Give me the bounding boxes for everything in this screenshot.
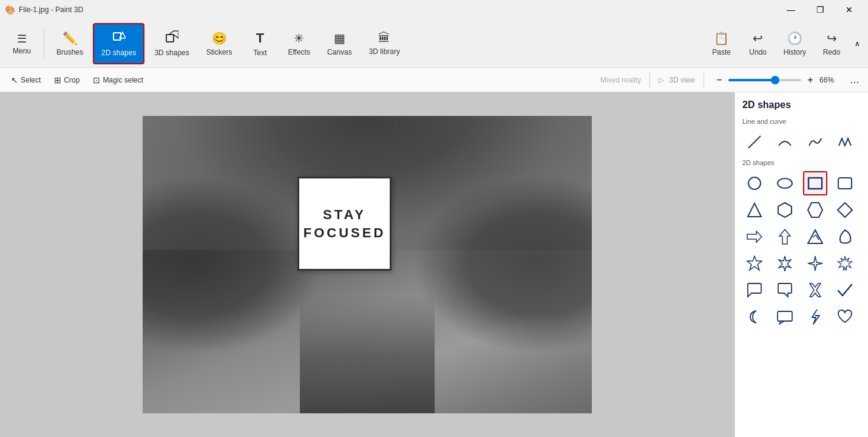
- redo-label: Redo: [823, 48, 841, 56]
- 3dshapes-icon: [165, 30, 178, 46]
- toolbar-brushes[interactable]: ✏️ Brushes: [49, 23, 90, 64]
- window-controls: — ❐ ✕: [777, 0, 863, 19]
- 3dlibrary-icon: 🏛: [378, 31, 390, 45]
- secondary-toolbar-right: Mixed reality ▷ 3D view − + 66% …: [600, 72, 863, 89]
- undo-label: Undo: [749, 48, 767, 56]
- svg-marker-20: [838, 256, 852, 271]
- shape-star5[interactable]: [742, 251, 767, 276]
- line-curve-grid: [742, 130, 861, 154]
- zoom-out-button[interactable]: −: [713, 73, 726, 87]
- dark-left: [143, 175, 322, 354]
- shape-star4[interactable]: [803, 251, 827, 276]
- shape-scurve[interactable]: [803, 130, 827, 154]
- undo-button[interactable]: ↩ Undo: [741, 23, 775, 64]
- toolbar-3dlibrary[interactable]: 🏛 3D library: [362, 23, 407, 64]
- svg-marker-11: [838, 203, 852, 217]
- maximize-button[interactable]: ❐: [806, 0, 834, 19]
- shape-speech-bubble[interactable]: [773, 278, 797, 302]
- shape-triangle[interactable]: [742, 198, 767, 222]
- more-options-button[interactable]: …: [846, 72, 863, 89]
- history-icon: 🕐: [787, 31, 802, 46]
- select-label: Select: [21, 76, 41, 84]
- svg-marker-12: [747, 231, 762, 242]
- right-panel: 2D shapes Line and curve 2D shapes: [734, 92, 868, 437]
- select-icon: ↖: [11, 75, 18, 85]
- shape-diamond[interactable]: [833, 198, 857, 222]
- shape-crescent[interactable]: [742, 305, 767, 329]
- app-icon: 🎨: [5, 5, 15, 15]
- shape-check[interactable]: [833, 278, 857, 302]
- brushes-label: Brushes: [56, 48, 83, 56]
- zoom-control: − + 66%: [713, 73, 841, 87]
- 2d-shapes-grid: [742, 171, 861, 329]
- shape-zigzag[interactable]: [833, 130, 857, 154]
- shape-lightning[interactable]: [803, 305, 827, 329]
- title-bar-left: 🎨 File-1.jpg - Paint 3D: [5, 5, 83, 15]
- shape-rect-filled[interactable]: [803, 171, 827, 195]
- shape-rect[interactable]: [833, 171, 857, 195]
- svg-rect-0: [114, 33, 121, 40]
- canvas-label: Canvas: [327, 48, 352, 56]
- svg-marker-14: [808, 230, 822, 243]
- text-icon: T: [256, 30, 264, 46]
- toolbar-stickers[interactable]: 😊 Stickers: [199, 23, 240, 64]
- zoom-in-button[interactable]: +: [804, 73, 817, 87]
- stickers-label: Stickers: [206, 48, 232, 56]
- svg-rect-6: [809, 178, 822, 189]
- shape-rect-chat[interactable]: [773, 305, 797, 329]
- shape-curve[interactable]: [773, 130, 797, 154]
- line-curve-label: Line and curve: [742, 118, 861, 125]
- shape-hexagon2[interactable]: [803, 198, 827, 222]
- shape-heart[interactable]: [833, 305, 857, 329]
- shape-oval[interactable]: [773, 171, 797, 195]
- menu-button[interactable]: ☰ Menu: [5, 23, 39, 64]
- toolbar-divider-1: [44, 29, 44, 59]
- shape-cross[interactable]: [803, 278, 827, 302]
- svg-rect-7: [838, 178, 852, 189]
- redo-button[interactable]: ↪ Redo: [815, 23, 849, 64]
- zoom-percentage: 66%: [819, 76, 841, 84]
- close-button[interactable]: ✕: [835, 0, 863, 19]
- main-toolbar: ☰ Menu ✏️ Brushes 2D shapes 3D shapes 😊 …: [0, 19, 868, 68]
- zoom-slider[interactable]: [728, 79, 801, 81]
- shape-circle[interactable]: [742, 171, 767, 195]
- main-area: STAY FOCUSED 2D shapes Line and curve: [0, 92, 868, 437]
- 3d-view-icon: ▷: [659, 76, 664, 84]
- toolbar-2dshapes[interactable]: 2D shapes: [93, 23, 144, 64]
- toolbar-effects[interactable]: ✳ Effects: [280, 23, 317, 64]
- toolbar-canvas[interactable]: ▦ Canvas: [320, 23, 359, 64]
- toolbar-collapse-button[interactable]: ∧: [851, 39, 863, 48]
- 2d-shapes-section-label: 2D shapes: [742, 159, 861, 166]
- sign-line2: FOCUSED: [303, 225, 386, 241]
- stickers-icon: 😊: [212, 31, 227, 46]
- crop-button[interactable]: ⊞ Crop: [48, 73, 86, 87]
- shape-line[interactable]: [742, 130, 767, 154]
- window-title: File-1.jpg - Paint 3D: [19, 5, 83, 14]
- toolbar-right: 📋 Paste ↩ Undo 🕐 History ↪ Redo ∧: [705, 23, 863, 64]
- svg-rect-2: [166, 35, 174, 42]
- paste-button[interactable]: 📋 Paste: [705, 23, 739, 64]
- menu-icon: ☰: [17, 32, 27, 46]
- text-label: Text: [253, 49, 266, 57]
- shape-hexagon[interactable]: [773, 198, 797, 222]
- shape-up-arrow[interactable]: [773, 225, 797, 249]
- toolbar-text[interactable]: T Text: [242, 23, 278, 64]
- minimize-button[interactable]: —: [777, 0, 805, 19]
- shape-starburst[interactable]: [833, 251, 857, 276]
- shape-arrow[interactable]: [742, 225, 767, 249]
- shape-chat-bubble[interactable]: [742, 278, 767, 302]
- shape-leaf[interactable]: [833, 225, 857, 249]
- svg-marker-8: [748, 203, 761, 217]
- 3dshapes-label: 3D shapes: [154, 49, 189, 57]
- svg-marker-9: [778, 203, 792, 217]
- toolbar-3dshapes[interactable]: 3D shapes: [147, 23, 196, 64]
- canvas-area[interactable]: STAY FOCUSED: [0, 92, 734, 437]
- crop-icon: ⊞: [54, 75, 61, 85]
- magic-select-button[interactable]: ⊡ Magic select: [87, 73, 149, 87]
- svg-marker-10: [808, 203, 822, 217]
- magic-select-label: Magic select: [103, 76, 143, 84]
- shape-mountain[interactable]: [803, 225, 827, 249]
- shape-star6[interactable]: [773, 251, 797, 276]
- history-button[interactable]: 🕐 History: [778, 23, 812, 64]
- select-button[interactable]: ↖ Select: [5, 73, 47, 87]
